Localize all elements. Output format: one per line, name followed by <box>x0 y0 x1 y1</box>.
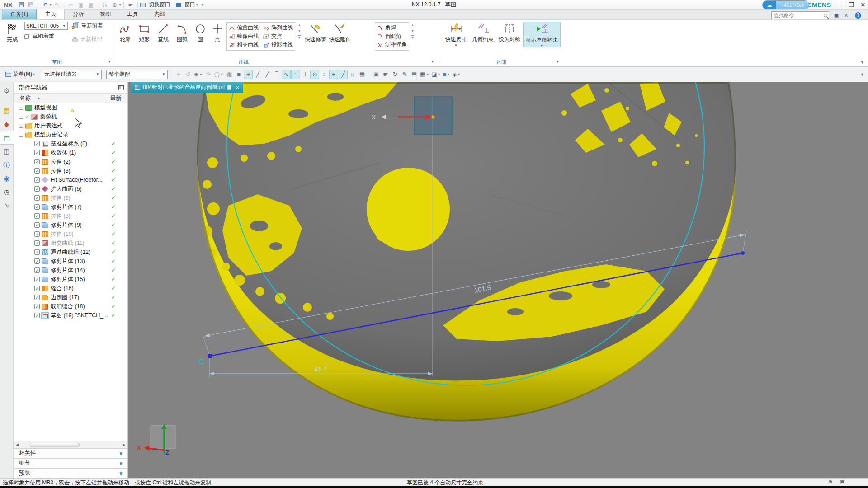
scroll-left-icon[interactable]: ◀ <box>14 443 20 447</box>
selection-scope-combo[interactable]: 整个装配▼ <box>106 70 168 79</box>
edit-object-display-icon[interactable]: ✎ <box>400 70 409 79</box>
curve-panel-scroll[interactable]: ▲▼▼ <box>296 22 303 39</box>
history-icon[interactable]: ◷ <box>0 185 13 199</box>
shaded-view-icon[interactable]: ▧ <box>225 70 234 79</box>
tree-row[interactable]: +✓摄像机 <box>14 112 127 121</box>
roles-gear-icon[interactable]: ⚙ <box>0 84 13 98</box>
tree-item-label[interactable]: Fit Surface(Freefor... <box>51 177 103 183</box>
make-corner-button[interactable]: 制作拐角 <box>377 41 407 49</box>
feature-checkbox[interactable]: ✓ <box>34 249 40 255</box>
feature-checkbox[interactable]: ✓ <box>34 231 40 237</box>
column-name[interactable]: 名称 <box>19 94 31 102</box>
pan-handles-icon[interactable]: + <box>244 70 253 79</box>
mirror-curve-button[interactable]: 镜像曲线 <box>229 32 259 41</box>
tree-row[interactable]: ✓相交曲线 (11)✓ <box>14 239 127 248</box>
grid-snap-icon[interactable]: ▦ <box>358 70 367 79</box>
tree-row[interactable]: ✓拉伸 (6)✓ <box>14 193 127 202</box>
qat-more-icon[interactable]: ▾ <box>202 3 203 7</box>
tree-row[interactable]: ✓基准坐标系 (0)✓ <box>14 139 127 148</box>
tree-item-label[interactable]: 模型历史记录 <box>34 131 68 139</box>
curve-snap-icon[interactable]: ⌒ <box>272 70 281 79</box>
chamfer-button[interactable]: 倒斜角 <box>377 32 407 41</box>
viewport-canvas[interactable]: 101.5 41.7 <box>128 82 868 478</box>
quick-extend-button[interactable]: 快速延伸 <box>328 22 352 43</box>
make-symmetric-button[interactable]: 设为对称 <box>496 22 522 43</box>
fillet-button[interactable]: 角焊 <box>377 23 407 32</box>
ribbon-collapse-icon[interactable]: ▼ <box>860 60 864 65</box>
tree-item-label[interactable]: 缝合 (16) <box>51 285 74 292</box>
tree-item-label[interactable]: 修剪片体 (9) <box>51 221 82 229</box>
rotate-point-icon[interactable]: ↷ <box>204 70 213 79</box>
tab-tools[interactable]: 工具 <box>119 9 146 19</box>
undo-icon[interactable]: ↶ <box>41 1 50 9</box>
corner-panel-more[interactable]: ▼ <box>373 59 441 66</box>
snap-point-icon[interactable]: ⊕▼ <box>193 70 203 79</box>
panel-pin-icon[interactable] <box>118 85 124 90</box>
tree-item-label[interactable]: 草图 (19) "SKETCH_... <box>51 312 108 319</box>
tree-item-label[interactable]: 拉伸 (8) <box>51 212 71 220</box>
feature-checkbox[interactable]: ✓ <box>34 150 40 155</box>
center-snap-icon[interactable]: ⊙ <box>310 70 319 79</box>
feature-checkbox[interactable]: ✓ <box>34 141 40 146</box>
axis-snap-icon[interactable]: ⊥ <box>301 70 310 79</box>
group-label-curve[interactable]: 曲线 <box>114 59 373 66</box>
assembly-navigator-icon[interactable]: ▦ <box>0 104 13 117</box>
hd3d-tools-icon[interactable]: ⓘ <box>0 158 13 172</box>
web-browser-icon[interactable]: ◉ <box>0 172 13 185</box>
feature-checkbox[interactable]: ✓ <box>34 267 40 273</box>
tree-row[interactable]: ✓扩大曲面 (5)✓ <box>14 184 127 193</box>
system-materials-icon[interactable]: ∿ <box>0 199 13 212</box>
tree-expander-icon[interactable]: + <box>19 106 23 110</box>
touch-mode-icon[interactable]: ☛ <box>126 1 135 9</box>
project-curve-button[interactable]: + 投影曲线 <box>263 41 293 49</box>
tree-row[interactable]: ✓修剪片体 (7)✓ <box>14 202 127 211</box>
tree-row[interactable]: ✓拉伸 (8)✓ <box>14 211 127 221</box>
line-snap-icon[interactable]: ╱ <box>253 70 262 79</box>
arc-button[interactable]: 圆弧 <box>173 22 191 43</box>
section-details[interactable]: 细节∨ <box>14 458 127 468</box>
quick-trim-button[interactable]: 快速修剪 <box>304 22 327 43</box>
ellipse-snap-icon[interactable]: ○ <box>320 70 329 79</box>
marquee-select-icon[interactable]: ▢▼ <box>213 70 224 79</box>
geometric-constraints-button[interactable]: 几何约束 <box>470 22 495 43</box>
feature-checkbox[interactable]: ✓ <box>34 159 40 164</box>
circle-button[interactable]: 圆 <box>192 22 208 43</box>
tree-row[interactable]: ✓拉伸 (10)✓ <box>14 230 127 239</box>
midpoint-snap-icon[interactable]: + <box>329 70 338 79</box>
rectangle-button[interactable]: 矩形 <box>135 22 153 43</box>
profile-button[interactable]: 轮廓 <box>116 22 134 43</box>
tab-analysis[interactable]: 分析 <box>65 9 92 19</box>
tab-view[interactable]: 视图 <box>92 9 119 19</box>
spline2-snap-icon[interactable]: ≈ <box>291 70 300 79</box>
hand-pan-icon[interactable]: ☛ <box>381 70 390 79</box>
dimension-41-7-label[interactable]: 41.7 <box>314 365 327 373</box>
tree-row[interactable]: ✓修剪片体 (15)✓ <box>14 275 127 284</box>
tree-row[interactable]: ✓拉伸 (2)✓ <box>14 157 127 166</box>
sketch-orient-button[interactable]: 草图着重 <box>24 33 68 40</box>
find-command-input[interactable] <box>773 12 824 19</box>
show-hide-icon[interactable]: ▤ <box>410 70 419 79</box>
intersection-point-button[interactable]: 交点 <box>263 32 293 41</box>
update-model-button[interactable]: 更新模型 <box>71 35 103 43</box>
tree-row[interactable]: ✓取消缝合 (18)✓ <box>14 302 127 311</box>
tree-row[interactable]: ✓缝合 (16)✓ <box>14 284 127 293</box>
feature-checkbox[interactable]: ✓ <box>34 313 40 318</box>
point-button[interactable]: 点 <box>209 22 226 43</box>
orient-icon[interactable]: ↺ <box>184 70 193 79</box>
feature-checkbox[interactable]: ✓ <box>34 168 40 174</box>
reattach-button[interactable]: 重新附着 <box>71 22 103 30</box>
face-snap-icon[interactable]: ▯ <box>348 70 357 79</box>
tree-item-label[interactable]: 取消缝合 (18) <box>51 303 85 310</box>
tree-item-label[interactable]: 修剪片体 (15) <box>51 276 85 283</box>
tree-row[interactable]: ✓边倒圆 (17)✓ <box>14 293 127 302</box>
sketch-name-combo[interactable]: SKETCH_005▼ <box>24 22 68 30</box>
minimize-button[interactable]: – <box>833 0 844 9</box>
feature-checkbox[interactable]: ✓ <box>34 277 40 282</box>
tree-item-label[interactable]: 拉伸 (2) <box>51 158 71 166</box>
copy-icon[interactable]: ▣ <box>76 1 85 9</box>
tab-internal[interactable]: 内部 <box>146 9 173 19</box>
finish-sketch-button[interactable]: 完成 <box>2 22 23 43</box>
status-flag-icon[interactable]: ⚑ <box>828 479 833 485</box>
tree-item-label[interactable]: 基准坐标系 (0) <box>51 140 87 148</box>
help-icon[interactable]: ? <box>854 12 862 19</box>
